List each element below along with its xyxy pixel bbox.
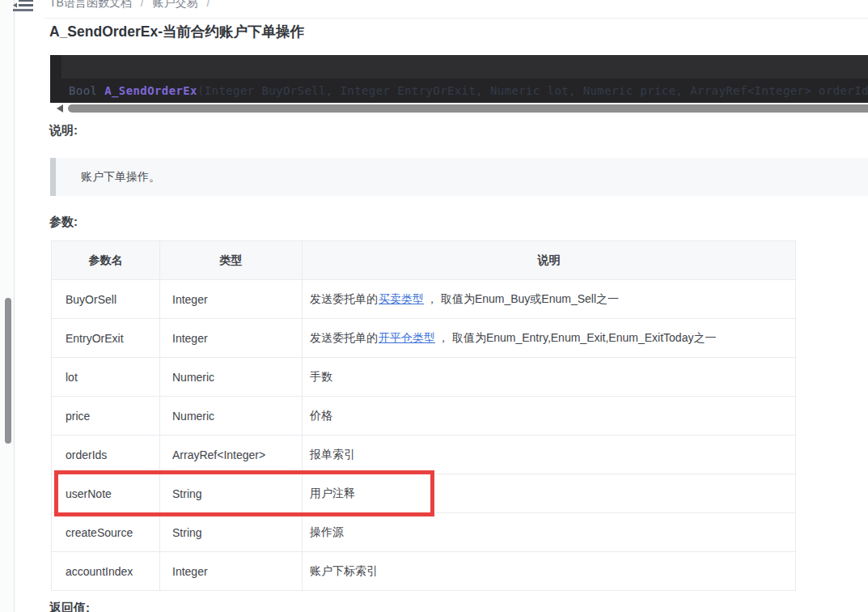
desc-text: 发送委托单的 <box>310 331 378 344</box>
params-table: 参数名 类型 说明 BuyOrSell Integer 发送委托单的买卖类型， … <box>51 240 795 591</box>
hscroll-left-arrow-icon[interactable] <box>57 104 63 113</box>
link-entry-exit-type[interactable]: 开平仓类型 <box>379 331 435 344</box>
section-heading-params: 参数: <box>49 215 78 230</box>
param-desc: 账户下标索引 <box>303 552 796 591</box>
param-name: lot <box>52 358 160 397</box>
table-row-entryorexit: EntryOrExit Integer 发送委托单的开平仓类型， 取值为Enum… <box>52 319 796 358</box>
param-type: String <box>160 474 303 513</box>
breadcrumb-item-docs[interactable]: TB语言函数文档 <box>49 0 132 9</box>
param-desc: 发送委托单的买卖类型， 取值为Enum_Buy或Enum_Sell之一 <box>303 280 796 319</box>
table-row-orderids: orderIds ArrayRef<Integer> 报单索引 <box>52 436 796 474</box>
param-desc: 操作源 <box>303 513 796 552</box>
breadcrumb-separator: / <box>141 0 144 9</box>
param-name: userNote <box>52 474 160 513</box>
column-header-desc: 说明 <box>303 241 796 280</box>
param-desc: 价格 <box>303 397 796 436</box>
desc-text: ， 取值为Enum_Buy或Enum_Sell之一 <box>426 292 619 305</box>
code-signature-rest: (Integer BuyOrSell, Integer EntryOrExit,… <box>197 84 868 97</box>
table-row-buyorsell: BuyOrSell Integer 发送委托单的买卖类型， 取值为Enum_Bu… <box>52 280 796 319</box>
breadcrumb-separator: / <box>206 0 210 9</box>
table-row-lot: lot Numeric 手数 <box>52 358 796 397</box>
param-name: createSource <box>52 513 160 552</box>
param-type: String <box>160 513 303 552</box>
breadcrumb: TB语言函数文档 / 账户交易 / <box>49 0 215 11</box>
param-desc: 手数 <box>303 358 796 397</box>
doc-page: TB语言函数文档 / 账户交易 / A_SendOrderEx-当前合约账户下单… <box>0 0 868 612</box>
param-name: accountIndex <box>52 552 160 591</box>
code-return-type: Bool <box>69 84 97 97</box>
horizontal-scrollbar-thumb[interactable] <box>68 104 868 113</box>
column-header-name: 参数名 <box>52 241 160 280</box>
table-row-createsource: createSource String 操作源 <box>52 513 796 552</box>
column-header-type: 类型 <box>160 241 303 280</box>
param-type: Numeric <box>160 397 303 436</box>
desc-text: 价格 <box>310 409 332 422</box>
param-desc: 报单索引 <box>303 436 796 474</box>
table-header-row: 参数名 类型 说明 <box>52 241 796 280</box>
param-type: Integer <box>160 280 303 319</box>
param-type: Numeric <box>160 358 303 397</box>
toc-collapse-icon[interactable] <box>13 0 34 12</box>
desc-text: 手数 <box>310 370 332 383</box>
description-text: 账户下单操作。 <box>56 158 868 196</box>
param-desc: 用户注释 <box>303 474 796 513</box>
code-line: Bool A_SendOrderEx(Integer BuyOrSell, In… <box>69 84 868 97</box>
vertical-scrollbar-thumb[interactable] <box>5 298 11 444</box>
param-name: orderIds <box>52 436 160 474</box>
param-name: BuyOrSell <box>52 280 160 319</box>
function-signature-code-block: Bool A_SendOrderEx(Integer BuyOrSell, In… <box>50 55 868 103</box>
link-buy-sell-type[interactable]: 买卖类型 <box>379 292 424 305</box>
code-function-name: A_SendOrderEx <box>104 84 197 97</box>
code-highlight-line <box>61 55 868 79</box>
desc-text: 用户注释 <box>310 487 355 499</box>
param-type: Integer <box>160 552 303 591</box>
param-name: EntryOrExit <box>52 319 160 358</box>
param-desc: 发送委托单的开平仓类型， 取值为Enum_Entry,Enum_Exit,Enu… <box>303 319 796 358</box>
desc-text: 账户下标索引 <box>310 564 378 577</box>
desc-text: 报单索引 <box>310 448 355 461</box>
table-row-usernote: userNote String 用户注释 <box>52 474 796 513</box>
left-scrollbar-track[interactable] <box>0 0 15 612</box>
breadcrumb-item-account-trade[interactable]: 账户交易 <box>153 0 198 9</box>
table-row-accountindex: accountIndex Integer 账户下标索引 <box>52 552 796 591</box>
header-divider <box>44 18 868 19</box>
desc-text: ， 取值为Enum_Entry,Enum_Exit,Enum_ExitToday… <box>438 331 716 344</box>
desc-text: 操作源 <box>310 525 344 538</box>
section-heading-description: 说明: <box>49 123 78 138</box>
section-heading-returns: 返回值: <box>49 601 90 612</box>
param-name: price <box>52 397 160 436</box>
param-type: Integer <box>160 319 303 358</box>
page-title: A_SendOrderEx-当前合约账户下单操作 <box>49 22 304 41</box>
description-blockquote: 账户下单操作。 <box>50 158 868 196</box>
table-row-price: price Numeric 价格 <box>52 397 796 436</box>
desc-text: 发送委托单的 <box>310 292 378 305</box>
param-type: ArrayRef<Integer> <box>160 436 303 474</box>
